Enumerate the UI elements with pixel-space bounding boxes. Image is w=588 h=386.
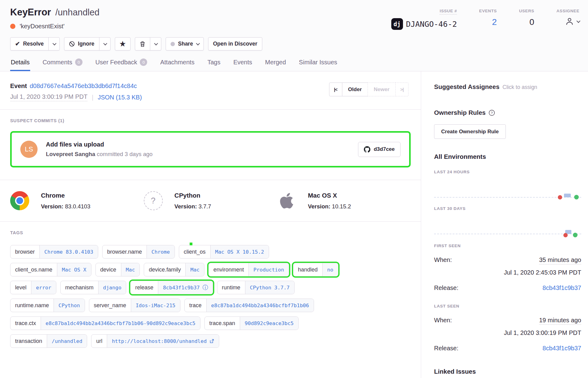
share-button[interactable]: Share <box>166 37 204 50</box>
release-marker-green[interactable] <box>573 233 578 237</box>
context-version: 83.0.4103 <box>65 203 90 210</box>
assignee-dropdown[interactable] <box>556 17 579 26</box>
first-seen-release-link[interactable]: 8cb43f1c9b37 <box>542 284 581 292</box>
trash-icon <box>140 41 145 47</box>
tag-pill-trace-span: trace.span90d892c9eace3bc5 <box>204 316 299 330</box>
info-icon[interactable]: ⓘ <box>203 284 208 291</box>
issue-details-main: Event d08d7667e4a5476eb3b3db6d7f14c84c J… <box>0 71 421 378</box>
tag-value-link[interactable]: error <box>31 281 56 294</box>
sparkline-baseline <box>434 234 581 234</box>
oldest-event-button[interactable]: |< <box>329 82 342 96</box>
tag-value-link[interactable]: django <box>98 281 126 294</box>
stat-issue-number: ISSUE # dj DJANGO-46-2 <box>391 8 457 30</box>
apple-logo-icon <box>277 191 296 210</box>
users-count: 0 <box>530 17 534 27</box>
context-name: CPython <box>175 192 211 199</box>
tab-details[interactable]: Details <box>10 58 30 71</box>
tab-comments[interactable]: Comments0 <box>42 58 83 71</box>
suggested-assignees-title: Suggested Assignees <box>434 83 499 90</box>
create-ownership-rule-button[interactable]: Create Ownership Rule <box>434 124 506 139</box>
tag-value-link[interactable]: Idos-iMac-215 <box>131 299 180 312</box>
bookmark-star-button[interactable]: ★ <box>115 37 131 50</box>
tag-pill-transaction: transaction/unhandled <box>10 334 87 348</box>
tag-pill-url: urlhttp://localhost:8000/unhandled <box>91 334 219 348</box>
event-timestamp: Jul 1, 2020 3:00:19 PM PDT <box>10 93 87 101</box>
older-event-button[interactable]: Older <box>342 82 368 96</box>
tag-value-link[interactable]: e8c87ba1dc494bb2a4346bcfbf7b1b06-90d892c… <box>41 317 200 330</box>
release-label: Release: <box>434 345 458 352</box>
linked-issues-title: Linked Issues <box>434 368 581 375</box>
delete-button[interactable] <box>135 37 150 50</box>
event-json-link[interactable]: JSON (15.3 KB) <box>98 94 142 101</box>
tag-value-link[interactable]: Chrome <box>147 245 175 258</box>
assignee-person-icon <box>565 17 574 26</box>
release-marker-red[interactable] <box>563 233 568 237</box>
first-seen-label: FIRST SEEN <box>434 243 581 248</box>
tag-pill-browser-name: browser.nameChrome <box>102 245 175 259</box>
resolve-dropdown-button[interactable] <box>48 37 60 50</box>
suggested-assignees-hint[interactable]: Click to assign <box>502 84 537 90</box>
tag-value-link[interactable]: 90d892c9eace3bc5 <box>240 317 298 330</box>
tag-value-link[interactable]: e8c87ba1dc494bb2a4346bcfbf7b1b06 <box>206 299 314 312</box>
svg-text:?: ? <box>491 111 493 115</box>
separator: | <box>92 94 93 101</box>
tag-value-link[interactable]: Production <box>248 263 288 276</box>
tag-value-link[interactable]: Mac <box>185 263 204 276</box>
context-version: 3.7.7 <box>199 203 211 210</box>
ownership-rules-title: Ownership Rules <box>434 109 485 116</box>
suspect-commits-section: SUSPECT COMMITS (1) LS Add files via upl… <box>0 110 421 180</box>
tag-value-link[interactable]: Mac OS X <box>57 263 91 276</box>
tag-value-link[interactable]: 8cb43f1c9b37ⓘ <box>158 281 212 294</box>
tab-events[interactable]: Events <box>233 58 253 71</box>
issue-number-label: ISSUE # <box>440 9 457 14</box>
suspect-commit-card: LS Add files via upload Lovepreet Sangha… <box>10 131 411 167</box>
last-seen-release-link[interactable]: 8cb43f1c9b37 <box>542 345 581 352</box>
external-link-icon[interactable] <box>209 339 214 344</box>
help-question-icon[interactable]: ? <box>489 110 495 116</box>
release-marker-green[interactable] <box>574 195 579 199</box>
tag-pill-trace: tracee8c87ba1dc494bb2a4346bcfbf7b1b06 <box>184 299 314 312</box>
tag-value-link[interactable]: Mac <box>121 263 140 276</box>
tab-similar-issues[interactable]: Similar Issues <box>298 58 338 71</box>
delete-dropdown-button[interactable] <box>150 37 161 50</box>
tag-value-link[interactable]: CPython 3.7.7 <box>245 281 294 294</box>
newer-event-button[interactable]: Newer <box>368 82 396 96</box>
events-label: EVENTS <box>479 9 497 13</box>
issue-message: 'keyDoesntExist' <box>20 23 64 30</box>
events-count[interactable]: 2 <box>492 17 497 27</box>
tab-merged[interactable]: Merged <box>264 58 287 71</box>
issue-title-block: KeyError /unhandled 'keyDoesntExist' <box>10 7 99 30</box>
chrome-logo-icon <box>10 191 29 210</box>
event-id-link[interactable]: d08d7667e4a5476eb3b3db6d7f14c84c <box>30 82 137 90</box>
release-marker-red[interactable] <box>558 195 562 199</box>
tab-tags[interactable]: Tags <box>207 58 221 71</box>
latest-event-button[interactable]: >| <box>395 82 409 96</box>
ignore-button[interactable]: Ignore <box>64 37 99 50</box>
users-label: USERS <box>519 9 534 13</box>
issue-number-value[interactable]: DJANGO-46-2 <box>406 20 457 29</box>
issue-tabs: Details Comments0 User Feedback0 Attachm… <box>10 58 579 71</box>
tab-user-feedback[interactable]: User Feedback0 <box>95 58 148 71</box>
chevron-down-icon <box>53 42 57 46</box>
suspect-commits-heading: SUSPECT COMMITS (1) <box>10 118 411 123</box>
event-label: Event <box>10 82 27 90</box>
tag-value-link[interactable]: http://localhost:8000/unhandled <box>107 335 219 348</box>
resolve-button[interactable]: ✔ Resolve <box>10 37 49 50</box>
user-feedback-count-badge: 0 <box>140 58 147 66</box>
ignore-dropdown-button[interactable] <box>99 37 111 50</box>
stat-users: USERS 0 <box>519 8 534 30</box>
commit-sha-button[interactable]: d3d7cee <box>358 142 401 157</box>
tag-value-link[interactable]: no <box>322 263 338 276</box>
last-seen-relative: 19 minutes ago <box>539 317 581 325</box>
tag-pill-handled: handledno <box>293 263 338 276</box>
open-in-discover-button[interactable]: Open in Discover <box>208 37 262 50</box>
tag-pill-server-name: server_nameIdos-iMac-215 <box>89 299 180 312</box>
tag-value-link[interactable]: Mac OS X 10.15.2 <box>210 245 269 258</box>
tag-value-link[interactable]: Chrome 83.0.4103 <box>39 245 98 258</box>
tag-value-link[interactable]: CPython <box>54 299 85 312</box>
tag-value-link[interactable]: /unhandled <box>47 335 87 348</box>
all-environments-title: All Environments <box>434 153 581 160</box>
tags-heading: TAGS <box>10 230 411 235</box>
tag-pill-level: levelerror <box>10 281 56 294</box>
tab-attachments[interactable]: Attachments <box>159 58 195 71</box>
